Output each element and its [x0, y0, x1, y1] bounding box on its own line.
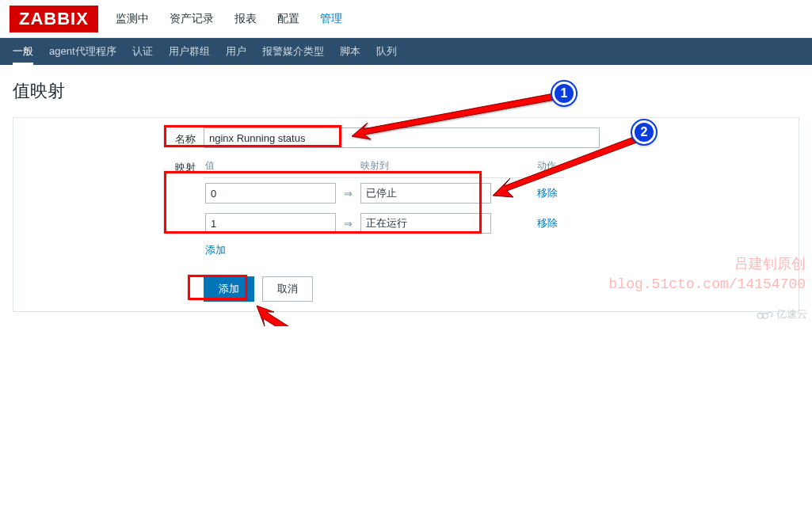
topnav-inventory[interactable]: 资产记录	[168, 9, 215, 29]
top-nav: 监测中 资产记录 报表 配置 管理	[114, 9, 344, 29]
subnav-proxies[interactable]: agent代理程序	[49, 38, 116, 65]
table-row: ⇒ 移除	[204, 208, 564, 238]
table-row-add: 添加	[204, 238, 564, 262]
subnav-general[interactable]: 一般	[13, 38, 33, 65]
arrow-icon: ⇒	[342, 208, 359, 238]
subnav-authentication[interactable]: 认证	[132, 38, 153, 65]
subnav-scripts[interactable]: 脚本	[340, 38, 360, 65]
page: 值映射 名称 映射 值 映射到 动作	[0, 65, 812, 326]
arrow-icon: ⇒	[342, 178, 359, 209]
mapping-label: 映射	[13, 156, 204, 175]
value-input[interactable]	[205, 183, 336, 204]
mapping-table: 值 映射到 动作 ⇒ 移除	[204, 156, 564, 262]
th-action: 动作	[497, 156, 564, 178]
table-row: ⇒ 移除	[204, 178, 564, 209]
subnav-queue[interactable]: 队列	[376, 38, 397, 65]
topnav-reports[interactable]: 报表	[233, 9, 258, 29]
cancel-button[interactable]: 取消	[262, 276, 313, 302]
remove-link[interactable]: 移除	[537, 217, 558, 229]
name-input[interactable]	[204, 127, 600, 148]
subnav-usergroups[interactable]: 用户群组	[169, 38, 210, 65]
topnav-monitoring[interactable]: 监测中	[114, 9, 151, 29]
add-mapping-link[interactable]: 添加	[205, 244, 226, 256]
page-title: 值映射	[13, 79, 799, 103]
topnav-configuration[interactable]: 配置	[276, 9, 301, 29]
th-mapped-to: 映射到	[359, 156, 497, 178]
form-panel: 名称 映射 值 映射到 动作	[13, 117, 799, 312]
value-input[interactable]	[205, 213, 336, 234]
topnav-administration[interactable]: 管理	[318, 9, 344, 29]
submit-button[interactable]: 添加	[204, 276, 254, 302]
subnav: 一般 agent代理程序 认证 用户群组 用户 报警媒介类型 脚本 队列	[0, 38, 812, 65]
subnav-users[interactable]: 用户	[226, 38, 246, 65]
th-value: 值	[204, 156, 342, 178]
row-mappings: 映射 值 映射到 动作 ⇒	[13, 156, 799, 262]
button-row: 添加 取消	[204, 276, 799, 302]
name-label: 名称	[13, 127, 204, 146]
row-name: 名称	[13, 127, 799, 148]
mappedto-input[interactable]	[360, 213, 491, 234]
topbar: ZABBIX 监测中 资产记录 报表 配置 管理	[0, 0, 812, 38]
mappedto-input[interactable]	[360, 183, 491, 204]
remove-link[interactable]: 移除	[537, 187, 558, 199]
logo[interactable]: ZABBIX	[10, 6, 98, 32]
subnav-mediatypes[interactable]: 报警媒介类型	[262, 38, 324, 65]
